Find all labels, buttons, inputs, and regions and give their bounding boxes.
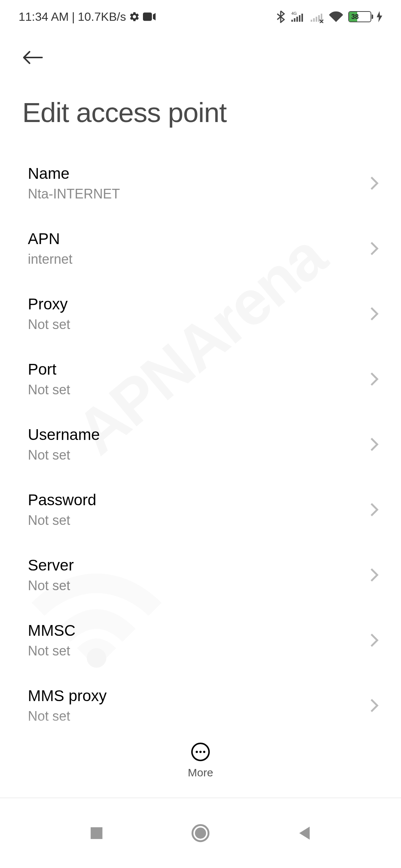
chevron-right-icon bbox=[370, 176, 379, 191]
setting-value: Not set bbox=[28, 708, 362, 724]
chevron-right-icon bbox=[370, 372, 379, 387]
setting-label: Port bbox=[28, 361, 362, 378]
chevron-right-icon bbox=[370, 502, 379, 517]
status-right: 4G 38 bbox=[276, 10, 382, 23]
setting-label: MMSC bbox=[28, 622, 362, 640]
setting-proxy[interactable]: Proxy Not set bbox=[0, 281, 401, 346]
chevron-right-icon bbox=[370, 698, 379, 713]
setting-apn[interactable]: APN internet bbox=[0, 216, 401, 281]
dot-icon bbox=[196, 751, 198, 753]
svg-point-15 bbox=[195, 828, 206, 839]
setting-text: Server Not set bbox=[28, 556, 362, 594]
status-bar: 11:34 AM | 10.7KB/s 4G 38 bbox=[0, 0, 401, 33]
chevron-right-icon bbox=[370, 306, 379, 321]
setting-value: Not set bbox=[28, 643, 362, 659]
settings-list: Name Nta-INTERNET APN internet Proxy Not… bbox=[0, 151, 401, 738]
setting-label: Name bbox=[28, 165, 362, 183]
setting-value: Nta-INTERNET bbox=[28, 186, 362, 202]
chevron-right-icon bbox=[370, 437, 379, 452]
svg-rect-3 bbox=[294, 18, 296, 22]
setting-value: Not set bbox=[28, 317, 362, 332]
setting-text: Username Not set bbox=[28, 426, 362, 463]
setting-label: Proxy bbox=[28, 295, 362, 313]
setting-password[interactable]: Password Not set bbox=[0, 477, 401, 542]
setting-text: Port Not set bbox=[28, 361, 362, 398]
battery-percent: 38 bbox=[351, 13, 359, 21]
page-title: Edit access point bbox=[0, 74, 401, 151]
setting-text: MMSC Not set bbox=[28, 622, 362, 659]
setting-value: internet bbox=[28, 251, 362, 267]
status-separator: | bbox=[72, 10, 75, 24]
svg-rect-2 bbox=[291, 20, 293, 22]
setting-mmsc[interactable]: MMSC Not set bbox=[0, 608, 401, 673]
setting-text: Proxy Not set bbox=[28, 295, 362, 332]
status-time: 11:34 AM bbox=[19, 10, 69, 24]
chevron-right-icon bbox=[370, 633, 379, 648]
chevron-right-icon bbox=[370, 568, 379, 582]
svg-rect-9 bbox=[316, 17, 317, 22]
setting-value: Not set bbox=[28, 578, 362, 594]
setting-server[interactable]: Server Not set bbox=[0, 542, 401, 608]
setting-label: APN bbox=[28, 230, 362, 248]
square-icon bbox=[89, 826, 104, 840]
setting-text: MMS proxy Not set bbox=[28, 687, 362, 724]
nav-recent-button[interactable] bbox=[85, 822, 108, 844]
setting-label: Username bbox=[28, 426, 362, 444]
setting-label: Server bbox=[28, 556, 362, 574]
setting-value: Not set bbox=[28, 447, 362, 463]
setting-label: Password bbox=[28, 491, 362, 509]
battery-icon: 38 bbox=[348, 11, 371, 22]
circle-icon bbox=[191, 824, 210, 842]
wifi-icon bbox=[329, 11, 343, 22]
setting-label: MMS proxy bbox=[28, 687, 362, 705]
svg-rect-10 bbox=[318, 15, 320, 22]
more-label: More bbox=[188, 766, 213, 779]
back-arrow-icon bbox=[22, 50, 43, 65]
nav-home-button[interactable] bbox=[189, 822, 212, 844]
chevron-right-icon bbox=[370, 241, 379, 256]
signal-4g-icon: 4G bbox=[290, 10, 304, 23]
bluetooth-icon bbox=[276, 10, 285, 23]
header bbox=[0, 33, 401, 74]
setting-username[interactable]: Username Not set bbox=[0, 412, 401, 477]
svg-rect-0 bbox=[143, 13, 152, 21]
svg-rect-6 bbox=[301, 14, 303, 22]
svg-rect-8 bbox=[313, 18, 315, 22]
setting-port[interactable]: Port Not set bbox=[0, 346, 401, 412]
status-data-rate: 10.7KB/s bbox=[78, 10, 126, 24]
setting-text: APN internet bbox=[28, 230, 362, 267]
svg-rect-5 bbox=[299, 15, 300, 22]
charging-icon bbox=[376, 11, 382, 22]
dot-icon bbox=[203, 751, 205, 753]
setting-text: Name Nta-INTERNET bbox=[28, 165, 362, 202]
svg-rect-7 bbox=[311, 20, 312, 22]
setting-text: Password Not set bbox=[28, 491, 362, 528]
triangle-back-icon bbox=[298, 825, 311, 841]
back-button[interactable] bbox=[22, 45, 48, 70]
svg-rect-13 bbox=[91, 827, 102, 839]
setting-mms-proxy[interactable]: MMS proxy Not set bbox=[0, 673, 401, 738]
dot-icon bbox=[199, 751, 202, 753]
camera-icon bbox=[143, 12, 156, 21]
setting-name[interactable]: Name Nta-INTERNET bbox=[0, 151, 401, 216]
status-left: 11:34 AM | 10.7KB/s bbox=[19, 10, 156, 24]
navigation-bar bbox=[0, 798, 401, 868]
more-button[interactable] bbox=[191, 743, 210, 761]
settings-gear-icon bbox=[129, 11, 140, 22]
nav-back-button[interactable] bbox=[293, 822, 316, 844]
bottom-action-bar: More bbox=[0, 731, 401, 779]
signal-nosim-icon bbox=[310, 10, 324, 23]
setting-value: Not set bbox=[28, 382, 362, 398]
setting-value: Not set bbox=[28, 513, 362, 528]
svg-rect-4 bbox=[296, 17, 298, 22]
svg-text:4G: 4G bbox=[291, 11, 297, 16]
